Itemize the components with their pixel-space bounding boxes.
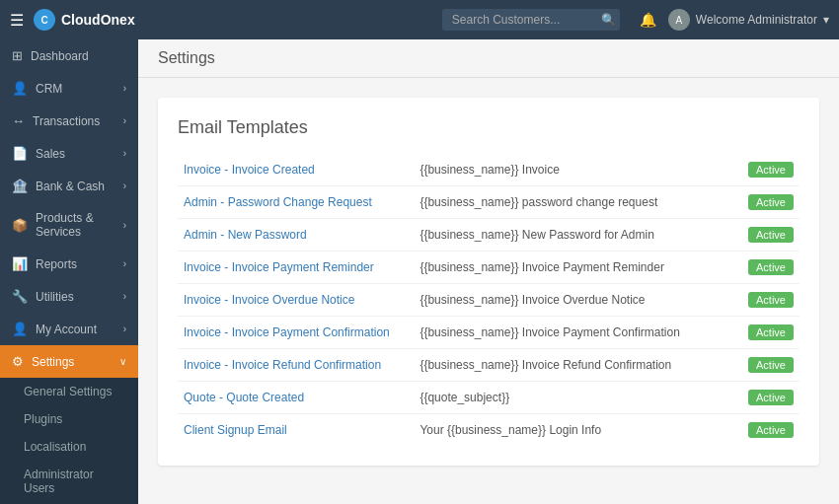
table-row[interactable]: Invoice - Invoice Created{{business_name… [178,154,800,186]
status-badge: Active [748,324,794,340]
template-status: Active [721,317,800,349]
status-badge: Active [748,194,794,210]
template-subject: {{business_name}} Invoice Refund Confirm… [414,349,721,382]
sidebar-item-plugins[interactable]: Plugins [0,405,138,433]
chevron-right-icon: › [123,258,126,269]
sidebar-item-sales[interactable]: 📄 Sales › [0,137,138,170]
sidebar-item-label: Utilities [36,290,74,304]
chevron-right-icon: › [123,324,126,334]
template-subject: {{quote_subject}} [414,382,721,414]
sidebar-item-label: Settings [32,355,74,369]
search-input[interactable] [442,9,620,31]
sidebar-item-localisation[interactable]: Localisation [0,433,138,461]
navbar-right: 🔔 A Welcome Administrator ▾ [640,9,829,31]
template-name[interactable]: Admin - New Password [178,219,414,252]
brand: C CloudOnex [34,9,135,31]
sidebar-item-general-settings[interactable]: General Settings [0,378,138,405]
table-row[interactable]: Invoice - Invoice Refund Confirmation{{b… [178,349,800,382]
sales-icon: 📄 [12,146,28,161]
brand-logo: C [34,9,55,31]
layout: ⊞ Dashboard 👤 CRM › ↔ Transactions › 📄 S… [0,39,839,504]
status-badge: Active [748,162,794,178]
template-name[interactable]: Client Signup Email [178,414,414,447]
search-area: 🔍 [442,9,620,31]
chevron-down-icon: ▾ [823,13,829,27]
sidebar: ⊞ Dashboard 👤 CRM › ↔ Transactions › 📄 S… [0,39,138,504]
template-name[interactable]: Invoice - Invoice Payment Reminder [178,252,414,284]
template-subject: {{business_name}} Invoice [414,154,721,186]
table-row[interactable]: Invoice - Invoice Payment Confirmation{{… [178,317,800,349]
sidebar-item-crm[interactable]: 👤 CRM › [0,72,138,105]
sidebar-item-label: Transactions [33,114,100,128]
template-subject: {{business_name}} password change reques… [414,186,721,219]
bank-icon: 🏦 [12,179,28,193]
sidebar-item-utilities[interactable]: 🔧 Utilities › [0,280,138,313]
template-status: Active [721,219,800,252]
reports-icon: 📊 [12,256,28,271]
template-status: Active [721,382,800,414]
transactions-icon: ↔ [12,113,25,128]
status-badge: Active [748,227,794,243]
sidebar-item-label: Products & Services [36,211,115,239]
table-row[interactable]: Admin - New Password{{business_name}} Ne… [178,219,800,252]
hamburger-icon[interactable]: ☰ [10,11,24,30]
sidebar-item-transactions[interactable]: ↔ Transactions › [0,105,138,137]
table-row[interactable]: Client Signup EmailYour {{business_name}… [178,414,800,447]
crm-icon: 👤 [12,81,28,96]
main-content: Settings Email Templates Invoice - Invoi… [138,39,839,504]
template-name[interactable]: Invoice - Invoice Overdue Notice [178,284,414,317]
card-title: Email Templates [178,117,800,138]
page-header: Settings [138,39,839,78]
products-icon: 📦 [12,218,28,233]
template-status: Active [721,252,800,284]
sidebar-item-administrator-users[interactable]: Administrator Users [0,461,138,502]
template-status: Active [721,186,800,219]
template-name[interactable]: Quote - Quote Created [178,382,414,414]
template-subject: {{business_name}} New Password for Admin [414,219,721,252]
settings-submenu: General Settings Plugins Localisation Ad… [0,378,138,504]
user-label: Welcome Administrator [696,13,817,27]
sidebar-item-label: My Account [36,323,97,336]
chevron-right-icon: › [123,180,126,191]
template-name[interactable]: Invoice - Invoice Refund Confirmation [178,349,414,382]
dashboard-icon: ⊞ [12,48,23,63]
status-badge: Active [748,292,794,308]
template-subject: {{business_name}} Invoice Overdue Notice [414,284,721,317]
page-title: Settings [158,49,215,66]
navbar: ☰ C CloudOnex 🔍 🔔 A Welcome Administrato… [0,0,839,39]
template-name[interactable]: Admin - Password Change Request [178,186,414,219]
template-name[interactable]: Invoice - Invoice Created [178,154,414,186]
sidebar-item-label: Sales [36,147,65,161]
email-templates-table: Invoice - Invoice Created{{business_name… [178,154,800,446]
template-status: Active [721,154,800,186]
table-row[interactable]: Admin - Password Change Request{{busines… [178,186,800,219]
template-name[interactable]: Invoice - Invoice Payment Confirmation [178,317,414,349]
chevron-right-icon: › [123,83,126,94]
sidebar-item-label: Reports [36,257,77,271]
user-area[interactable]: A Welcome Administrator ▾ [668,9,829,31]
avatar: A [668,9,690,31]
status-badge: Active [748,259,794,275]
template-subject: {{business_name}} Invoice Payment Remind… [414,252,721,284]
table-row[interactable]: Invoice - Invoice Payment Reminder{{busi… [178,252,800,284]
sidebar-item-reports[interactable]: 📊 Reports › [0,248,138,280]
sidebar-item-label: Bank & Cash [36,180,105,193]
table-row[interactable]: Invoice - Invoice Overdue Notice{{busine… [178,284,800,317]
template-subject: {{business_name}} Invoice Payment Confir… [414,317,721,349]
bell-icon[interactable]: 🔔 [640,12,656,28]
status-badge: Active [748,390,794,405]
content-area: Email Templates Invoice - Invoice Create… [138,78,839,504]
template-status: Active [721,284,800,317]
sidebar-item-my-account[interactable]: 👤 My Account › [0,313,138,345]
template-subject: Your {{business_name}} Login Info [414,414,721,447]
chevron-right-icon: › [123,115,126,126]
sidebar-item-settings[interactable]: ⚙ Settings ∨ [0,345,138,378]
table-row[interactable]: Quote - Quote Created{{quote_subject}}Ac… [178,382,800,414]
sidebar-item-bank-cash[interactable]: 🏦 Bank & Cash › [0,170,138,202]
template-status: Active [721,414,800,447]
sidebar-item-label: CRM [36,82,62,96]
sidebar-item-dashboard[interactable]: ⊞ Dashboard [0,39,138,72]
search-button[interactable]: 🔍 [601,13,616,27]
sidebar-item-products[interactable]: 📦 Products & Services › [0,202,138,248]
sidebar-item-label: Dashboard [31,49,89,63]
